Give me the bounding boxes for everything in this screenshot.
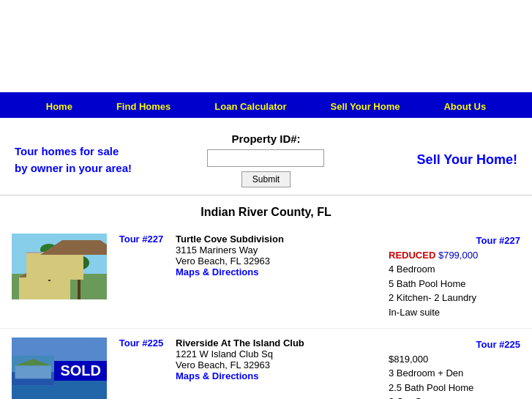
listing-image <box>12 234 107 299</box>
tour-link-col: Tour #225 <box>116 338 167 348</box>
listing-row: Tour #227 Turtle Cove Subdivision 3115 M… <box>0 225 532 329</box>
top-section: Tour homes for sale by owner in your are… <box>0 125 532 195</box>
nav-about-us[interactable]: About Us <box>443 101 486 112</box>
nav-loan-calculator[interactable]: Loan Calculator <box>214 101 286 112</box>
svg-point-5 <box>69 256 89 270</box>
svg-rect-2 <box>19 277 70 299</box>
tour-line2: by owner in your area! <box>15 162 132 174</box>
property-search: Property ID#: Submit <box>184 133 347 187</box>
listings-container: Tour #227 Turtle Cove Subdivision 3115 M… <box>0 225 532 399</box>
svg-rect-10 <box>15 365 50 379</box>
detail-line: In-Law suite <box>389 305 520 320</box>
tour-link[interactable]: Tour #225 <box>119 338 163 348</box>
nav-sell-your-home[interactable]: Sell Your Home <box>331 101 400 112</box>
main-content: Tour homes for sale by owner in your are… <box>0 118 532 399</box>
listing-image: SOLD <box>12 338 107 399</box>
price: $799,000 <box>438 250 478 261</box>
maps-directions-link[interactable]: Maps & Directions <box>176 266 258 277</box>
tour-line1: Tour homes for sale <box>15 145 119 157</box>
maps-directions-link[interactable]: Maps & Directions <box>176 370 258 381</box>
detail-line: 4 Bedroom <box>389 262 520 277</box>
svg-marker-3 <box>19 261 70 277</box>
detail-line: 5 Bath Pool Home <box>389 277 520 291</box>
property-id-label: Property ID#: <box>184 133 347 145</box>
reduced-label: REDUCED <box>389 250 435 261</box>
info-tour-ref: Tour #227 <box>389 234 520 248</box>
house-image <box>12 234 107 299</box>
nav-bar: Home Find Homes Loan Calculator Sell You… <box>0 95 532 118</box>
detail-line: 2.5 Bath Pool Home <box>389 381 520 395</box>
listing-row: SOLDTour #225 Riverside At The Island Cl… <box>0 329 532 399</box>
sell-home-link[interactable]: Sell Your Home! <box>417 152 517 167</box>
submit-button[interactable]: Submit <box>241 171 291 187</box>
price: $819,000 <box>389 352 520 367</box>
top-banner <box>0 0 532 95</box>
detail-line: 3 Bedroom + Den <box>389 366 520 381</box>
info-tour-ref: Tour #225 <box>389 338 520 352</box>
tour-link-col: Tour #227 <box>116 234 167 245</box>
listing-details: Riverside At The Island Club 1221 W Isla… <box>176 338 380 381</box>
sold-banner: SOLD <box>54 361 107 381</box>
listing-info: Tour #225$819,0003 Bedroom + Den2.5 Bath… <box>389 338 520 399</box>
detail-line: 2 Car Garage <box>389 395 520 399</box>
subdivision-name: Turtle Cove Subdivision <box>176 234 380 245</box>
street-address: 3115 Mariners Way <box>176 245 380 256</box>
subdivision-name: Riverside At The Island Club <box>176 338 380 348</box>
sold-image: SOLD <box>12 338 107 399</box>
property-id-input[interactable] <box>207 149 324 167</box>
county-heading: Indian River County, FL <box>0 195 532 225</box>
svg-point-7 <box>40 244 58 256</box>
listing-info: Tour #227REDUCED $799,0004 Bedroom5 Bath… <box>389 234 520 319</box>
city-state-zip: Vero Beach, FL 32963 <box>176 359 380 370</box>
svg-rect-4 <box>78 263 80 299</box>
tour-text: Tour homes for sale by owner in your are… <box>15 143 177 176</box>
city-state-zip: Vero Beach, FL 32963 <box>176 256 380 266</box>
tour-link[interactable]: Tour #227 <box>119 234 163 245</box>
listing-details: Turtle Cove Subdivision 3115 Mariners Wa… <box>176 234 380 277</box>
nav-find-homes[interactable]: Find Homes <box>116 101 171 112</box>
detail-line: 2 Kitchen- 2 Laundry <box>389 291 520 305</box>
price-line: REDUCED $799,000 <box>389 248 520 263</box>
street-address: 1221 W Island Club Sq <box>176 348 380 359</box>
nav-home[interactable]: Home <box>46 101 72 112</box>
svg-rect-6 <box>48 248 50 281</box>
